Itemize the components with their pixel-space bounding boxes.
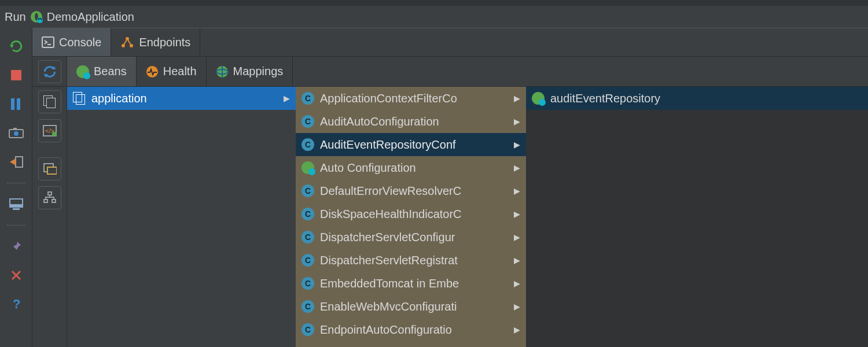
chevron-right-icon: ▶ xyxy=(514,209,520,219)
bean-item[interactable]: CEnableWebMvcConfigurati▶ xyxy=(296,295,526,318)
bean-item[interactable]: CAuditEventRepositoryConf▶ xyxy=(296,133,526,156)
chevron-right-icon: ▶ xyxy=(514,94,520,103)
show-sources-icon[interactable]: </> xyxy=(38,119,61,142)
docs-icon xyxy=(73,92,86,105)
svg-rect-5 xyxy=(17,98,20,110)
bean-item[interactable]: CDiskSpaceHealthIndicatorC▶ xyxy=(296,202,526,226)
run-config-name: DemoApplication xyxy=(47,10,134,24)
docs-icon xyxy=(43,95,56,108)
class-icon: C xyxy=(301,115,314,128)
class-icon: C xyxy=(301,231,314,243)
chevron-right-icon: ▶ xyxy=(514,186,520,195)
svg-text:?: ? xyxy=(13,297,20,311)
bean-item[interactable]: CApplicationContextFilterCo▶ xyxy=(296,87,526,110)
diagram-icon[interactable] xyxy=(38,157,61,180)
bean-leaf-icon xyxy=(301,161,314,174)
item-label: EnableWebMvcConfigurati xyxy=(320,300,505,313)
column-beans: CApplicationContextFilterCo▶CAuditAutoCo… xyxy=(296,87,526,347)
tool-window-title: Run DemoApplication xyxy=(0,6,868,28)
item-label: application xyxy=(91,92,274,105)
item-label: DispatcherServletRegistrat xyxy=(320,254,505,267)
bean-leaf-icon xyxy=(532,92,545,105)
item-label: DefaultErrorViewResolverC xyxy=(320,184,505,198)
subtab-beans[interactable]: Beans xyxy=(67,57,137,86)
bean-item[interactable]: CEndpointAutoConfiguratio▶ xyxy=(296,318,526,341)
svg-marker-2 xyxy=(10,45,14,48)
hierarchy-icon[interactable] xyxy=(38,186,61,209)
sub-tabs: Beans Health Mappings xyxy=(67,57,293,86)
bean-item[interactable]: Auto Configuration▶ xyxy=(296,156,526,179)
help-icon[interactable]: ? xyxy=(8,296,24,312)
chevron-right-icon: ▶ xyxy=(514,140,520,149)
column-contexts: application ▶ xyxy=(67,87,296,347)
chevron-right-icon: ▶ xyxy=(514,325,520,334)
svg-rect-15 xyxy=(42,37,54,47)
svg-rect-13 xyxy=(13,208,20,210)
svg-point-28 xyxy=(52,132,57,136)
tab-console[interactable]: Console xyxy=(32,28,111,56)
health-icon xyxy=(146,65,159,78)
class-icon: C xyxy=(301,277,314,290)
chevron-right-icon: ▶ xyxy=(284,94,290,103)
chevron-right-icon: ▶ xyxy=(514,117,520,126)
exit-icon[interactable] xyxy=(8,154,24,170)
class-icon: C xyxy=(301,254,314,267)
class-icon: C xyxy=(301,184,314,197)
item-label: EmbeddedTomcat in Embe xyxy=(320,277,505,290)
refresh-button[interactable] xyxy=(38,60,61,83)
item-label: AuditEventRepositoryConf xyxy=(320,138,505,152)
subtab-mappings[interactable]: Mappings xyxy=(207,57,293,86)
svg-rect-8 xyxy=(13,128,17,130)
subtab-health[interactable]: Health xyxy=(137,57,207,86)
pin-icon[interactable] xyxy=(8,238,24,254)
svg-rect-31 xyxy=(48,192,52,195)
subtab-label: Health xyxy=(163,65,197,78)
item-label: Auto Configuration xyxy=(320,161,505,175)
subtab-label: Beans xyxy=(94,65,127,78)
svg-marker-10 xyxy=(10,158,16,165)
item-label: DiskSpaceHealthIndicatorC xyxy=(320,208,505,221)
secondary-rail xyxy=(32,57,67,86)
context-item-application[interactable]: application ▶ xyxy=(67,87,296,110)
stop-button[interactable] xyxy=(8,67,24,83)
pause-button[interactable] xyxy=(8,96,24,112)
show-modules-icon[interactable] xyxy=(38,90,61,113)
item-label: ApplicationContextFilterCo xyxy=(320,92,505,105)
svg-rect-9 xyxy=(16,157,23,167)
console-icon xyxy=(42,36,54,48)
svg-rect-3 xyxy=(11,70,21,80)
bean-item[interactable]: CEmbeddedTomcat in Embe▶ xyxy=(296,272,526,295)
class-icon: C xyxy=(301,300,314,313)
svg-rect-30 xyxy=(47,167,57,174)
svg-point-7 xyxy=(14,131,19,136)
column-detail: auditEventRepository xyxy=(526,87,868,347)
subtab-label: Mappings xyxy=(233,65,284,78)
spring-boot-icon xyxy=(30,10,43,24)
bean-item[interactable]: CDispatcherServletRegistrat▶ xyxy=(296,249,526,272)
detail-item[interactable]: auditEventRepository xyxy=(526,87,868,110)
bean-item[interactable]: CDefaultErrorViewResolverC▶ xyxy=(296,179,526,202)
class-icon: C xyxy=(301,138,314,151)
layout-icon[interactable] xyxy=(8,196,24,212)
item-label: AuditAutoConfiguration xyxy=(320,115,505,128)
separator xyxy=(7,183,25,183)
item-label: EndpointAutoConfiguratio xyxy=(320,323,505,337)
item-label: auditEventRepository xyxy=(550,92,862,105)
class-icon: C xyxy=(301,208,314,220)
tab-endpoints[interactable]: Endpoints xyxy=(111,28,200,56)
camera-icon[interactable] xyxy=(8,125,24,141)
run-label: Run xyxy=(5,10,26,24)
endpoints-icon xyxy=(120,36,134,49)
class-icon: C xyxy=(301,323,314,336)
chevron-right-icon: ▶ xyxy=(514,302,520,311)
bean-item[interactable]: CDispatcherServletConfigur▶ xyxy=(296,226,526,249)
chevron-right-icon: ▶ xyxy=(514,163,520,172)
tab-label: Console xyxy=(59,36,101,49)
rerun-button[interactable] xyxy=(8,38,24,54)
close-icon[interactable] xyxy=(8,267,24,283)
class-icon: C xyxy=(301,92,314,105)
bean-item[interactable]: CAuditAutoConfiguration▶ xyxy=(296,110,526,133)
tab-label: Endpoints xyxy=(139,36,190,49)
run-action-rail: ? xyxy=(0,28,32,347)
chevron-right-icon: ▶ xyxy=(514,232,520,242)
